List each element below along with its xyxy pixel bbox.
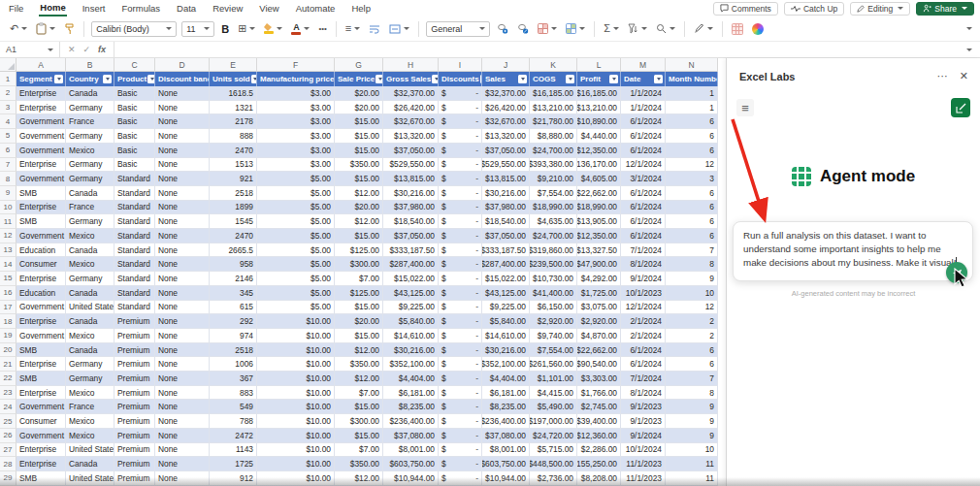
cell[interactable]: 6 <box>666 129 718 144</box>
cell[interactable]: $287,400.00 <box>383 257 439 272</box>
cell[interactable]: None <box>155 386 210 401</box>
new-chat-button[interactable] <box>951 98 970 117</box>
cell[interactable]: $4,404.00 <box>482 372 530 386</box>
cell[interactable]: $15.00 <box>335 229 383 243</box>
cell[interactable]: $350.00 <box>335 158 383 173</box>
row-number-27[interactable]: 27 <box>0 443 16 458</box>
insert-function-icon[interactable]: fx <box>98 45 106 54</box>
filter-dropdown-icon[interactable] <box>518 75 527 83</box>
cell[interactable]: Premium <box>114 343 155 358</box>
cell[interactable]: None <box>155 144 210 158</box>
fill-color-button[interactable] <box>262 22 284 35</box>
cell[interactable]: 11 <box>666 457 718 471</box>
cell[interactable]: Government <box>16 144 66 158</box>
cell[interactable]: 7 <box>666 243 718 258</box>
cell[interactable]: Basic <box>114 144 155 158</box>
cell[interactable]: Canada <box>66 343 114 358</box>
cell[interactable]: $12.00 <box>335 471 383 486</box>
cell[interactable]: 615 <box>210 301 257 315</box>
cell[interactable]: Enterprise <box>16 443 66 458</box>
cell[interactable]: $136,170.00 <box>577 158 621 173</box>
cell[interactable]: $15.00 <box>335 114 383 129</box>
cell[interactable]: $13,210.00 <box>577 101 621 115</box>
collapse-ribbon-chevron-icon[interactable] <box>966 27 972 30</box>
cancel-icon[interactable]: ✕ <box>68 45 76 54</box>
row-number-12[interactable]: 12 <box>0 229 16 243</box>
cell[interactable]: Basic <box>114 86 155 101</box>
paste-button[interactable] <box>34 21 57 36</box>
cell[interactable]: 1/1/2024 <box>621 86 666 101</box>
cell[interactable]: $12.00 <box>335 186 383 201</box>
filter-dropdown-icon[interactable] <box>654 75 663 83</box>
cell[interactable]: $10.00 <box>257 329 335 343</box>
cell[interactable]: $- <box>439 429 482 443</box>
cell[interactable]: 6/1/2024 <box>621 144 666 158</box>
cell[interactable]: $15.00 <box>335 400 383 414</box>
cell[interactable]: $26,420.00 <box>383 101 439 115</box>
cell[interactable]: $13,905.00 <box>577 214 621 229</box>
cell[interactable]: 2518 <box>210 186 257 201</box>
cell[interactable]: $9,740.00 <box>530 329 577 343</box>
cell[interactable]: Mexico <box>66 329 114 343</box>
cell[interactable]: Premium <box>114 457 155 471</box>
cell[interactable]: $- <box>439 272 482 286</box>
cell[interactable]: $14,610.00 <box>482 329 530 343</box>
cell[interactable]: 12 <box>666 301 718 315</box>
cell[interactable]: $37,050.00 <box>383 144 439 158</box>
cell[interactable]: 8 <box>666 257 718 272</box>
cell[interactable]: $- <box>439 386 482 401</box>
cell[interactable]: Education <box>16 286 66 301</box>
cell[interactable]: 2518 <box>210 343 257 358</box>
cell[interactable]: 2146 <box>210 272 257 286</box>
cell[interactable]: 9/1/2024 <box>621 272 666 286</box>
font-name-dropdown[interactable]: Calibri (Body) <box>91 21 177 37</box>
menu-tab-file[interactable]: File <box>8 1 24 16</box>
header-cell-discounts[interactable]: Discounts <box>439 72 482 86</box>
cell[interactable]: 8 <box>666 386 718 401</box>
cell[interactable]: $603,750.00 <box>482 457 530 471</box>
cell[interactable]: $20.00 <box>335 101 383 115</box>
merge-center-button[interactable] <box>387 23 411 35</box>
cell[interactable]: 6/1/2024 <box>621 229 666 243</box>
cell[interactable]: $- <box>439 343 482 358</box>
cell[interactable]: Germany <box>66 172 114 186</box>
cell[interactable]: $5.00 <box>257 186 335 201</box>
menu-tab-view[interactable]: View <box>258 1 279 16</box>
select-all-corner[interactable] <box>0 58 16 72</box>
cell[interactable]: None <box>155 400 210 414</box>
cell[interactable]: 11/1/2023 <box>621 457 666 471</box>
cell[interactable]: $- <box>439 443 482 458</box>
header-cell-product[interactable]: Product <box>114 72 155 86</box>
share-button[interactable]: Share <box>916 2 974 16</box>
row-number-2[interactable]: 2 <box>0 86 16 101</box>
cell[interactable]: $333,187.50 <box>482 243 530 258</box>
cell[interactable]: $- <box>439 286 482 301</box>
column-letter-F[interactable]: F <box>257 58 335 72</box>
row-number-13[interactable]: 13 <box>0 243 16 258</box>
cell[interactable]: $- <box>439 101 482 115</box>
cell[interactable]: $- <box>439 214 482 229</box>
row-number-19[interactable]: 19 <box>0 329 16 343</box>
cell[interactable]: Government <box>16 429 66 443</box>
cell[interactable]: Mexico <box>66 414 114 429</box>
cell[interactable]: Enterprise <box>16 201 66 215</box>
cell[interactable]: $37,050.00 <box>383 229 439 243</box>
menu-tab-formulas[interactable]: Formulas <box>120 1 161 16</box>
cell[interactable]: $8,208.00 <box>577 471 621 486</box>
cell[interactable]: $41,400.00 <box>530 286 577 301</box>
cell[interactable]: $- <box>439 201 482 215</box>
autosum-button[interactable]: Σ <box>602 22 621 35</box>
bold-button[interactable]: B <box>219 22 231 36</box>
cell[interactable]: $30,216.00 <box>383 343 439 358</box>
cell[interactable]: $10.00 <box>257 414 335 429</box>
row-number-1[interactable]: 1 <box>0 72 16 86</box>
cell[interactable]: $4,440.00 <box>577 129 621 144</box>
cell[interactable]: Mexico <box>66 429 114 443</box>
copilot-button[interactable] <box>750 22 766 36</box>
cell[interactable]: Enterprise <box>16 457 66 471</box>
cell[interactable]: $6,150.00 <box>530 301 577 315</box>
cell[interactable]: $- <box>439 229 482 243</box>
cell[interactable]: $10.00 <box>257 471 335 486</box>
cell[interactable]: $24,700.00 <box>530 144 577 158</box>
cell[interactable]: $8,235.00 <box>482 400 530 414</box>
